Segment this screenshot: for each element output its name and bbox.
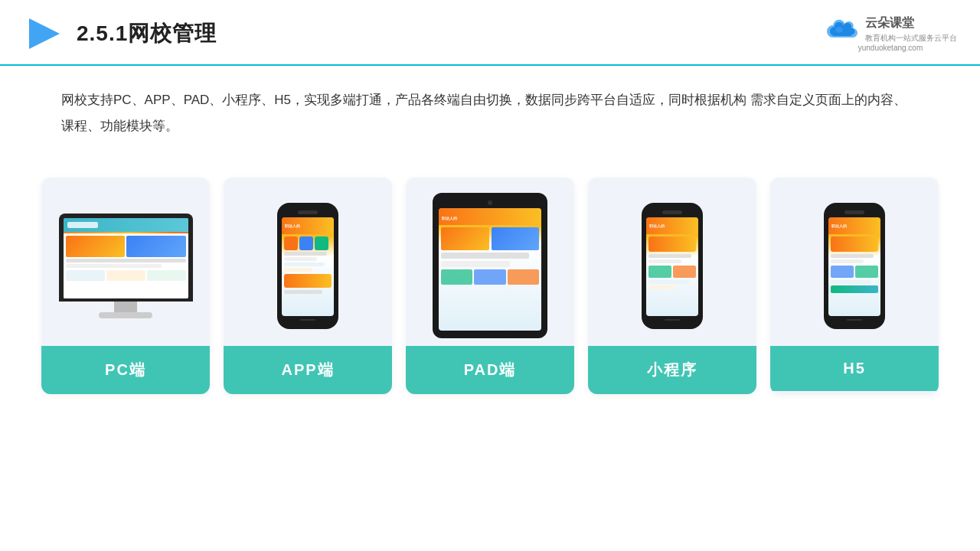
app-phone-icon: 职达人的 (277, 203, 338, 329)
brand-url: yunduoketang.com (858, 44, 923, 52)
card-pad-image: 职达人的 (406, 178, 574, 346)
svg-marker-0 (29, 18, 60, 49)
card-h5-label: H5 (770, 346, 939, 391)
card-miniapp-label: 小程序 (588, 346, 756, 394)
card-app-image: 职达人的 (224, 178, 392, 346)
description-text: 网校支持PC、APP、PAD、小程序、H5，实现多端打通，产品各终端自由切换，数… (0, 66, 980, 147)
header-left: 2.5.1网校管理 (23, 14, 217, 54)
card-pc-image (41, 178, 210, 346)
h5-phone-icon: 职达人的 (824, 203, 885, 329)
cards-container: PC端 职达人的 (0, 155, 980, 394)
brand-logo: 云朵课堂 教育机构一站式服务云平台 (824, 15, 957, 44)
card-miniapp: 职达人的 小程序 (588, 178, 756, 394)
brand-name-group: 云朵课堂 教育机构一站式服务云平台 (865, 15, 957, 44)
card-app: 职达人的 (224, 178, 392, 394)
card-h5-image: 职达人的 (770, 178, 939, 346)
card-pad: 职达人的 (406, 178, 574, 394)
logo-arrow-icon (23, 14, 63, 54)
pad-tablet-icon: 职达人的 (433, 193, 547, 338)
card-miniapp-image: 职达人的 (588, 178, 756, 346)
header: 2.5.1网校管理 云朵课堂 教育机构一站式服务云平台 yunduoketang… (0, 0, 980, 66)
card-pc-label: PC端 (41, 346, 210, 394)
header-right: 云朵课堂 教育机构一站式服务云平台 yunduoketang.com (824, 15, 957, 52)
card-pad-label: PAD端 (406, 346, 574, 394)
brand-name: 云朵课堂 (865, 15, 957, 31)
card-h5: 职达人的 H5 (770, 178, 939, 394)
miniapp-phone-icon: 职达人的 (642, 203, 703, 329)
page-title: 2.5.1网校管理 (77, 19, 217, 48)
card-pc: PC端 (41, 178, 210, 394)
card-app-label: APP端 (224, 346, 392, 394)
cloud-icon (824, 18, 861, 42)
pc-monitor-icon (59, 214, 193, 318)
svg-point-1 (835, 27, 843, 33)
brand-tagline: 教育机构一站式服务云平台 (865, 33, 957, 44)
